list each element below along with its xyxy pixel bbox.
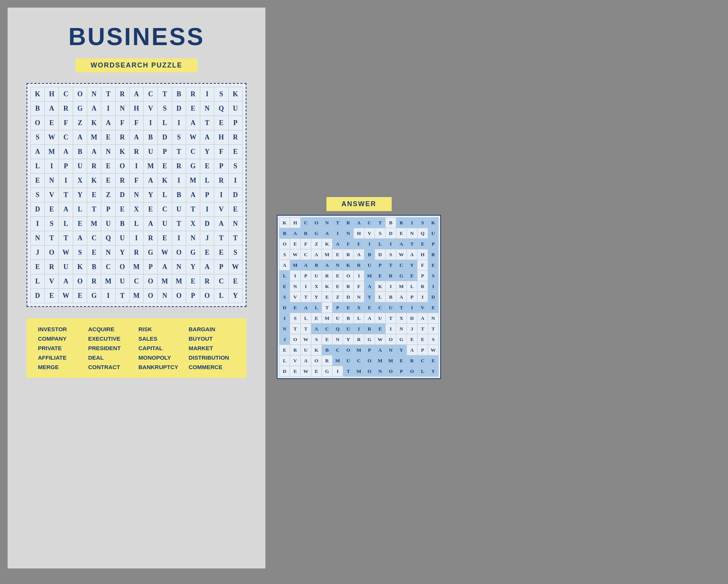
grid-cell: V bbox=[143, 102, 157, 116]
answer-cell: E bbox=[375, 271, 386, 281]
answer-cell: J bbox=[279, 334, 290, 345]
grid-cell: P bbox=[214, 159, 228, 174]
grid-cell: C bbox=[59, 87, 73, 102]
grid-cell: S bbox=[73, 246, 87, 260]
answer-cell: T bbox=[417, 324, 428, 334]
grid-cell: N bbox=[186, 231, 200, 246]
answer-cell: N bbox=[386, 345, 396, 355]
grid-cell: F bbox=[129, 116, 143, 130]
grid-cell: T bbox=[59, 231, 73, 246]
grid-cell: U bbox=[158, 217, 172, 231]
grid-cell: D bbox=[31, 202, 45, 217]
grid-cell: S bbox=[228, 246, 242, 260]
grid-cell: Y bbox=[200, 145, 214, 159]
answer-cell: M bbox=[354, 366, 364, 377]
answer-cell: I bbox=[386, 281, 396, 292]
answer-cell: J bbox=[407, 324, 417, 334]
grid-cell: K bbox=[158, 174, 172, 188]
answer-cell: C bbox=[354, 355, 364, 366]
answer-cell: E bbox=[364, 302, 375, 313]
grid-cell: T bbox=[214, 231, 228, 246]
grid-cell: D bbox=[31, 289, 45, 303]
grid-cell: H bbox=[129, 102, 143, 116]
answer-cell: D bbox=[279, 302, 290, 313]
answer-cell: E bbox=[407, 271, 417, 281]
answer-cell: U bbox=[364, 260, 375, 271]
answer-cell: I bbox=[301, 281, 311, 292]
grid-cell: R bbox=[186, 87, 200, 102]
answer-cell: O bbox=[386, 366, 396, 377]
grid-cell: A bbox=[143, 217, 157, 231]
word-item: MERGE bbox=[38, 364, 85, 370]
answer-cell: R bbox=[407, 355, 417, 366]
answer-cell: P bbox=[407, 292, 417, 302]
word-item: DISTRIBUTION bbox=[189, 354, 235, 361]
grid-cell: R bbox=[172, 159, 186, 174]
grid-cell: U bbox=[73, 159, 87, 174]
grid-cell: W bbox=[158, 246, 172, 260]
grid-cell: N bbox=[115, 102, 129, 116]
grid-cell: F bbox=[115, 116, 129, 130]
answer-cell: K bbox=[322, 239, 333, 249]
answer-cell: K bbox=[322, 281, 333, 292]
word-item: BARGAIN bbox=[189, 326, 235, 332]
grid-cell: W bbox=[59, 289, 73, 303]
answer-cell: T bbox=[322, 302, 333, 313]
answer-cell: L bbox=[279, 355, 290, 366]
grid-cell: M bbox=[87, 217, 101, 231]
answer-cell: L bbox=[375, 239, 386, 249]
answer-cell: A bbox=[354, 218, 364, 228]
grid-cell: M bbox=[186, 174, 200, 188]
answer-cell: N bbox=[407, 228, 417, 239]
grid-cell: K bbox=[87, 116, 101, 130]
answer-cell: M bbox=[354, 345, 364, 355]
answer-cell: S bbox=[290, 313, 301, 324]
answer-cell: U bbox=[343, 324, 354, 334]
answer-cell: O bbox=[386, 334, 396, 345]
grid-cell: I bbox=[129, 231, 143, 246]
answer-cell: A bbox=[407, 345, 417, 355]
grid-cell: E bbox=[87, 246, 101, 260]
answer-cell: A bbox=[290, 228, 301, 239]
answer-cell: M bbox=[290, 260, 301, 271]
grid-cell: R bbox=[200, 274, 214, 289]
answer-cell: I bbox=[333, 366, 343, 377]
answer-cell: D bbox=[279, 366, 290, 377]
answer-cell: E bbox=[375, 324, 386, 334]
answer-cell: Y bbox=[407, 260, 417, 271]
answer-cell: R bbox=[396, 218, 407, 228]
word-item: PRIVATE bbox=[38, 345, 85, 351]
answer-cell: O bbox=[364, 366, 375, 377]
answer-cell: N bbox=[428, 313, 439, 324]
grid-cell: B bbox=[31, 102, 45, 116]
answer-cell: K bbox=[375, 281, 386, 292]
grid-cell: O bbox=[31, 116, 45, 130]
answer-cell: B bbox=[279, 228, 290, 239]
answer-cell: S bbox=[311, 334, 322, 345]
grid-cell: A bbox=[129, 87, 143, 102]
grid-cell: A bbox=[158, 260, 172, 274]
answer-cell: T bbox=[290, 324, 301, 334]
grid-cell: E bbox=[186, 274, 200, 289]
grid-cell: L bbox=[31, 159, 45, 174]
grid-cell: I bbox=[45, 159, 59, 174]
grid-cell: E bbox=[214, 116, 228, 130]
answer-cell: L bbox=[417, 366, 428, 377]
word-item: INVESTOR bbox=[38, 326, 85, 332]
grid-cell: H bbox=[45, 87, 59, 102]
answer-cell: R bbox=[322, 355, 333, 366]
word-item: MONOPOLY bbox=[138, 354, 185, 361]
grid-cell: O bbox=[200, 289, 214, 303]
grid-cell: C bbox=[186, 145, 200, 159]
answer-cell: C bbox=[396, 260, 407, 271]
answer-cell: H bbox=[417, 249, 428, 260]
answer-cell: W bbox=[290, 249, 301, 260]
grid-cell: S bbox=[31, 188, 45, 202]
grid-cell: N bbox=[31, 231, 45, 246]
answer-cell: T bbox=[428, 324, 439, 334]
answer-cell: T bbox=[333, 218, 343, 228]
grid-cell: A bbox=[59, 145, 73, 159]
answer-cell: V bbox=[364, 228, 375, 239]
grid-cell: B bbox=[172, 188, 186, 202]
answer-cell: L bbox=[407, 281, 417, 292]
